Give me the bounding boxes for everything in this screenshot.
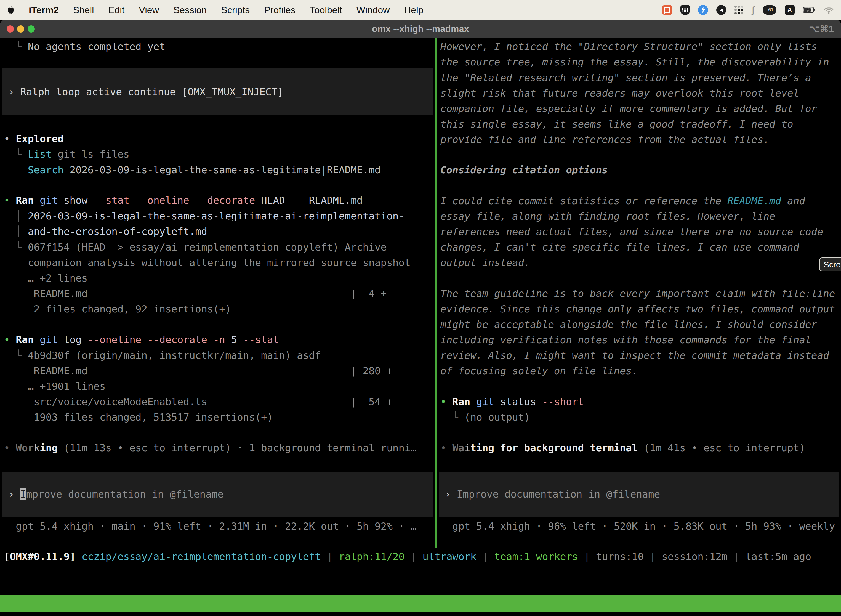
- terminal-line: of focusing solely on file lines.: [440, 363, 638, 378]
- menu-item-window[interactable]: Window: [356, 5, 390, 15]
- terminal-line: └ (no output): [440, 409, 530, 425]
- terminal-line: › Improve documentation in @filename: [445, 486, 660, 502]
- apple-menu-icon[interactable]: [7, 6, 14, 14]
- terminal-line: this single essay, it seems like a good …: [440, 116, 793, 132]
- wifi-icon[interactable]: [824, 6, 834, 14]
- title-bar[interactable]: omx --xhigh --madmax ⌥⌘1: [0, 20, 841, 38]
- battery-icon[interactable]: [803, 7, 816, 13]
- menu-item-session[interactable]: Session: [173, 5, 207, 15]
- menu-bar: iTerm2 Shell Edit View Session Scripts P…: [0, 0, 841, 20]
- terminal-line: output instead.: [440, 255, 530, 270]
- terminal-line: provide file and line references from th…: [440, 132, 769, 147]
- menu-item-view[interactable]: View: [139, 5, 159, 15]
- terminal-line: 2 files changed, 92 insertions(+): [4, 301, 231, 317]
- terminal-window: omx --xhigh --madmax ⌥⌘1 └ No agents com…: [0, 20, 841, 616]
- screen-share-tooltip-label: Scre: [823, 260, 841, 269]
- terminal-line: • Explored: [4, 131, 64, 147]
- terminal-line: However, I noticed the "Directory Struct…: [440, 39, 817, 54]
- shield-grid-icon[interactable]: [680, 5, 690, 15]
- terminal-line: src/voice/voiceModeEnabled.ts | 54 +: [4, 394, 393, 409]
- terminal-line: README.md | 4 +: [4, 286, 387, 301]
- terminal-line: the source tree, missing the essay. Stil…: [440, 54, 829, 70]
- terminal-line: └ 067f154 (HEAD -> essay/ai-reimplementa…: [4, 239, 387, 255]
- terminal-line: references need actual files, and since …: [440, 224, 823, 239]
- bolt-badge-icon[interactable]: [698, 5, 708, 15]
- terminal-line: Search 2026-03-09-is-legal-the-same-as-l…: [4, 162, 381, 178]
- terminal-line: slight risk that future readers may over…: [440, 85, 799, 101]
- window-shortcut-badge: ⌥⌘1: [809, 20, 834, 38]
- left-pane[interactable]: └ No agents completed yet› Ralph loop ac…: [0, 38, 435, 548]
- terminal-line: … +2 lines: [4, 270, 88, 286]
- terminal-line: I could cite commit statistics or refere…: [440, 193, 805, 209]
- menu-item-help[interactable]: Help: [404, 5, 423, 15]
- terminal-line: • Working (11m 13s • esc to interrupt) ·…: [4, 440, 417, 456]
- menu-item-scripts[interactable]: Scripts: [221, 5, 250, 15]
- terminal-content: └ No agents completed yet› Ralph loop ac…: [0, 38, 841, 616]
- terminal-line: └ List git ls-files: [4, 146, 129, 162]
- omx-status-bar: [OMX#0.11.9] cczip/essay/ai-reimplementa…: [0, 549, 841, 565]
- record-circle-icon[interactable]: ◄: [716, 5, 726, 15]
- terminal-line: Considering citation options: [440, 162, 608, 178]
- menu-item-profiles[interactable]: Profiles: [264, 5, 295, 15]
- terminal-line: › Improve documentation in @filename: [8, 486, 224, 502]
- right-pane[interactable]: However, I noticed the "Directory Struct…: [437, 38, 841, 548]
- screen-share-tooltip: Scre: [819, 258, 841, 271]
- terminal-line: … +1901 lines: [4, 378, 105, 394]
- terminal-line: └ No agents completed yet: [4, 39, 165, 54]
- terminal-line: the "Related research writing" section i…: [440, 70, 811, 85]
- terminal-line: 1903 files changed, 513517 insertions(+): [4, 409, 273, 425]
- squiggle-icon[interactable]: ∫: [752, 5, 755, 15]
- tmux-session-label: [omx-cczip0:bash*: [2, 612, 104, 616]
- terminal-line: • Ran git status --short: [440, 394, 584, 409]
- terminal-line: companion file, especially if more comme…: [440, 101, 817, 116]
- timer-badge-icon[interactable]: ..61: [763, 5, 777, 15]
- input-source-icon[interactable]: A: [785, 5, 795, 15]
- chat-app-icon[interactable]: [662, 5, 672, 15]
- terminal-line: › Ralph loop active continue [OMX_TMUX_I…: [8, 84, 283, 100]
- omx-status-line: [OMX#0.11.9] cczip/essay/ai-reimplementa…: [4, 549, 811, 565]
- terminal-line: README.md | 280 +: [4, 363, 393, 378]
- menu-bar-status-icons: ◄ ∫ ..61 A: [662, 5, 834, 15]
- screen: iTerm2 Shell Edit View Session Scripts P…: [0, 0, 841, 616]
- dots-grid-icon[interactable]: [734, 6, 744, 15]
- terminal-line: • Waiting for background terminal (1m 41…: [440, 440, 805, 456]
- terminal-line: │ and-the-erosion-of-copyleft.md: [4, 224, 207, 239]
- terminal-line: including verification notes with those …: [440, 332, 811, 348]
- terminal-line: • Ran git log --oneline --decorate -n 5 …: [4, 332, 279, 348]
- terminal-line: gpt-5.4 xhigh · main · 91% left · 2.31M …: [4, 518, 417, 534]
- menu-item-shell[interactable]: Shell: [73, 5, 94, 15]
- terminal-line: changes, I can't cite specific file line…: [440, 239, 799, 255]
- menu-item-toolbelt[interactable]: Toolbelt: [310, 5, 342, 15]
- menu-item-iterm2[interactable]: iTerm2: [29, 5, 59, 15]
- terminal-line: The team guideline is to back every impo…: [440, 286, 835, 301]
- terminal-line: essay file, along with finding root file…: [440, 208, 775, 224]
- terminal-line: review. Also, I might want to inspect th…: [440, 348, 829, 363]
- terminal-line: └ 4b9d30f (origin/main, instructkr/main,…: [4, 348, 321, 363]
- menu-bar-left: iTerm2 Shell Edit View Session Scripts P…: [7, 5, 423, 15]
- terminal-line: evidence. Since this change only affects…: [440, 301, 835, 317]
- tmux-status-bar: [omx-cczip0:bash* "MacBook-Pro-44.local"…: [0, 595, 841, 612]
- terminal-line: gpt-5.4 xhigh · 96% left · 520K in · 5.8…: [440, 518, 841, 534]
- window-title: omx --xhigh --madmax: [0, 20, 841, 38]
- terminal-line: might be acceptable alongside the file l…: [440, 317, 817, 332]
- menu-item-edit[interactable]: Edit: [108, 5, 125, 15]
- terminal-line: companion analysis without altering the …: [4, 255, 410, 270]
- terminal-line: │ 2026-03-09-is-legal-the-same-as-legiti…: [4, 208, 404, 224]
- terminal-line: • Ran git show --stat --oneline --decora…: [4, 192, 363, 208]
